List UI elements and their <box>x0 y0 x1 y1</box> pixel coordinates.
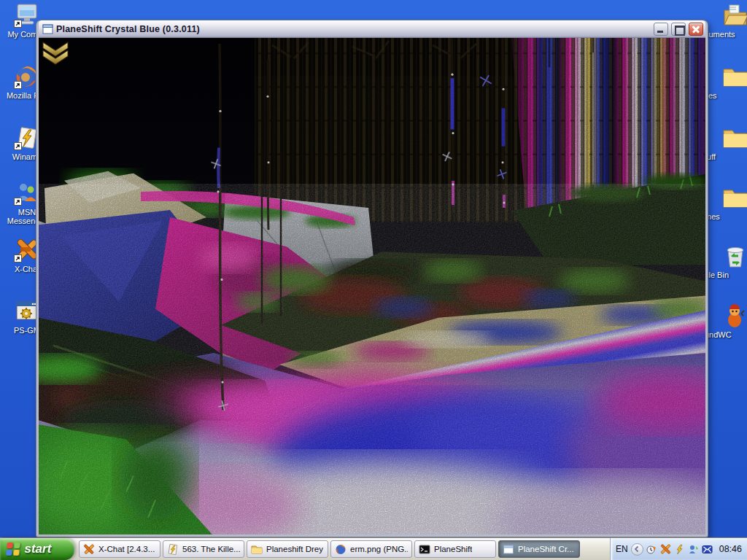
winamp-tray-icon[interactable] <box>674 544 685 555</box>
winamp-icon <box>167 544 179 555</box>
system-tray: EN 08:46 <box>610 538 747 560</box>
taskbar-item-label: Planeshift Drey <box>266 545 323 553</box>
firefox-icon <box>335 544 347 555</box>
scheduler-clock-tray-icon[interactable] <box>646 544 657 555</box>
desktop: My Compu Mozilla Fire Winamp MSN Messeng… <box>0 0 747 560</box>
texture-grain-light <box>39 184 705 534</box>
app-window-icon <box>42 24 53 34</box>
console-icon <box>419 544 430 555</box>
planeshift-window: PlaneShift Crystal Blue (0.3.011) <box>36 20 708 537</box>
taskbar-item-label: 563. The Kille... <box>182 545 240 553</box>
taskbar-item-xchat[interactable]: X-Chat [2.4.3... <box>79 540 160 558</box>
taskbar-item-planeshift-drey[interactable]: Planeshift Drey <box>247 540 328 558</box>
game-viewport[interactable] <box>39 38 705 534</box>
window-title: PlaneShift Crystal Blue (0.3.011) <box>56 24 651 34</box>
shortcut-arrow-icon <box>14 20 22 28</box>
taskbar: start X-Chat [2.4.3... 563. The Kille...… <box>0 537 747 560</box>
taskbar-item-planeshift-active[interactable]: PlaneShift Cr... <box>498 540 580 558</box>
taskbar-item-label: PlaneShift Cr... <box>518 545 574 553</box>
folder-icon <box>722 64 747 89</box>
desktop-icon-label: undWC <box>705 330 743 339</box>
start-label: start <box>25 542 52 556</box>
shortcut-arrow-icon <box>14 254 22 262</box>
open-folder-icon <box>722 3 747 28</box>
shortcut-arrow-icon <box>14 81 22 89</box>
taskbar-item-label: erm.png (PNG... <box>350 545 408 553</box>
taskbar-item-erm-png[interactable]: erm.png (PNG... <box>330 540 412 558</box>
folder-icon <box>251 544 263 555</box>
title-bar[interactable]: PlaneShift Crystal Blue (0.3.011) <box>39 20 705 38</box>
taskbar-item-label: PlaneShift <box>434 545 472 553</box>
taskbar-item-label: X-Chat [2.4.3... <box>98 545 155 553</box>
desktop-icon-label: cle Bin <box>705 271 743 279</box>
shortcut-arrow-icon <box>14 142 22 150</box>
taskbar-item-winamp[interactable]: 563. The Kille... <box>163 540 244 558</box>
folder-icon <box>722 125 747 150</box>
windows-flag-icon <box>6 542 20 556</box>
xchat-tray-icon[interactable] <box>660 544 671 555</box>
msn-messenger-tray-icon[interactable] <box>688 544 699 555</box>
soundwc-character-icon <box>722 303 747 328</box>
taskbar-item-planeshift-console[interactable]: PlaneShift <box>414 540 496 558</box>
task-buttons: X-Chat [2.4.3... 563. The Kille... Plane… <box>74 538 610 560</box>
language-indicator[interactable]: EN <box>616 544 628 554</box>
recycle-bin-icon <box>722 244 747 268</box>
desktop-icon-label: cuments <box>705 30 743 39</box>
clock[interactable]: 08:46 <box>719 544 742 554</box>
maximize-button[interactable] <box>671 23 686 36</box>
desktop-icon-label: iles <box>705 91 743 100</box>
close-button[interactable] <box>689 23 703 36</box>
mail-envelope-tray-icon[interactable] <box>702 544 713 555</box>
xchat-icon <box>83 544 95 555</box>
shortcut-arrow-icon <box>14 198 22 206</box>
game-scene <box>39 38 705 534</box>
window-icon <box>503 544 514 555</box>
start-button[interactable]: start <box>0 538 74 560</box>
folder-icon <box>722 185 747 210</box>
tray-collapse-button[interactable] <box>631 543 643 556</box>
chevron-left-icon <box>633 545 640 553</box>
minimize-button[interactable] <box>654 23 668 36</box>
desktop-icon-label: tuff <box>705 152 743 161</box>
desktop-icon-label: mes <box>705 212 743 221</box>
